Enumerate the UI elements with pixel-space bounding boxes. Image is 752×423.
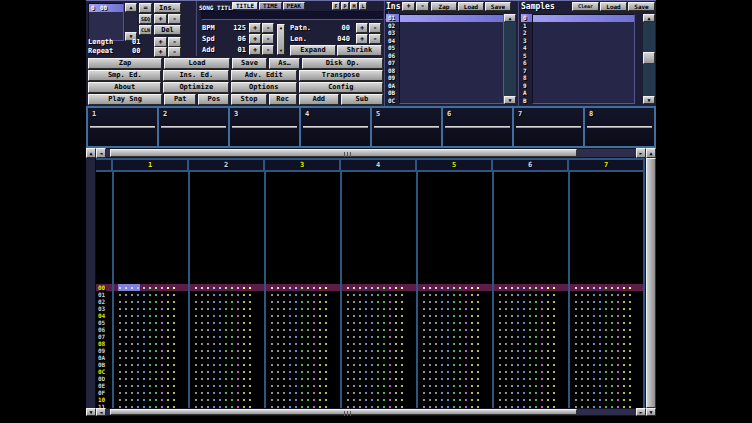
pattern-cell[interactable]	[417, 396, 493, 403]
menu-transpose[interactable]: Transpose	[299, 70, 383, 81]
pattern-cell[interactable]	[113, 389, 189, 396]
scope-channel-3[interactable]: 3	[228, 108, 299, 146]
instrument-row[interactable]	[400, 22, 503, 29]
pattern-channel-header-4[interactable]: 4	[341, 160, 417, 170]
pattern-vscroll-down-right-icon[interactable]: ▼	[646, 408, 656, 416]
pattern-cell[interactable]	[417, 312, 493, 319]
pattern-cell[interactable]	[341, 312, 417, 319]
mini-button-l[interactable]: L	[359, 2, 367, 10]
pattern-cell[interactable]	[493, 368, 569, 375]
pattern-cell[interactable]	[341, 396, 417, 403]
instrument-list[interactable]	[399, 14, 504, 104]
menu-config[interactable]: Config	[299, 82, 383, 93]
instrument-row[interactable]	[400, 52, 503, 59]
pattern-cell[interactable]	[265, 333, 341, 340]
menu-options[interactable]: Options	[231, 82, 297, 93]
pattern-hscroll-left-icon[interactable]: ◄	[96, 148, 106, 158]
sample-scroll-track[interactable]	[643, 22, 655, 96]
sample-row[interactable]	[533, 30, 634, 37]
instrument-row[interactable]	[400, 30, 503, 37]
sample-clear-button[interactable]: Clear	[572, 2, 599, 11]
pattern-cell[interactable]	[493, 312, 569, 319]
menu-sub[interactable]: Sub	[341, 94, 383, 105]
pattern-cell[interactable]	[189, 340, 265, 347]
sample-scrollbar[interactable]: ▲ ▼	[643, 14, 655, 104]
bpm-plus-button[interactable]: +	[249, 23, 261, 33]
pattern-cell[interactable]	[417, 319, 493, 326]
order-del-button[interactable]: Del	[154, 25, 181, 35]
sample-row[interactable]	[533, 74, 634, 81]
instrument-minus-button[interactable]: -	[416, 2, 429, 11]
pattern-length-minus-button[interactable]: -	[369, 34, 381, 44]
pattern-grid[interactable]: 000102030405060708090A0B0C0D0E0F1011	[96, 172, 645, 408]
menu-add[interactable]: Add	[299, 94, 339, 105]
pattern-cell[interactable]	[113, 340, 189, 347]
menu-play-sng[interactable]: Play Sng	[88, 94, 162, 105]
menu-ins-ed[interactable]: Ins. Ed.	[163, 70, 229, 81]
order-list-scrollbar[interactable]: ▲ ▼	[125, 3, 137, 41]
pattern-channel-header-5[interactable]: 5	[417, 160, 493, 170]
pattern-channel-header-6[interactable]: 6	[493, 160, 569, 170]
menu-disk-op[interactable]: Disk Op.	[302, 58, 383, 69]
instrument-row[interactable]	[400, 15, 503, 22]
pattern-hscroll-track[interactable]	[106, 148, 636, 158]
pattern-hscroll-track-bottom[interactable]	[106, 408, 636, 416]
pattern-cell[interactable]	[569, 361, 645, 368]
pattern-channel-header-1[interactable]: 1	[113, 160, 189, 170]
instrument-scrollbar[interactable]: ▲ ▼	[504, 14, 516, 104]
order-ins-button[interactable]: Ins.	[154, 3, 181, 13]
order-minus-button[interactable]: -	[168, 14, 181, 24]
pattern-row[interactable]: 06	[96, 326, 645, 333]
pattern-cell[interactable]	[265, 375, 341, 382]
scope-channel-4[interactable]: 4	[299, 108, 370, 146]
pattern-row[interactable]: 05	[96, 319, 645, 326]
shrink-button[interactable]: Shrink	[337, 45, 382, 56]
pattern-vscroll-right-thumb[interactable]	[646, 158, 656, 408]
order-seq-button[interactable]: SEQ	[139, 14, 152, 24]
pattern-cell[interactable]	[341, 354, 417, 361]
pattern-cell[interactable]	[493, 361, 569, 368]
instrument-zap-button[interactable]: Zap	[431, 2, 457, 11]
pattern-cell[interactable]	[417, 298, 493, 305]
pattern-top-scrollbar[interactable]: ▲ ◄ ► ▲	[86, 148, 656, 158]
pattern-row[interactable]: 0B	[96, 361, 645, 368]
pattern-minus-button[interactable]: -	[369, 23, 381, 33]
tab-peak[interactable]: PEAK	[283, 2, 305, 10]
pattern-cell[interactable]	[265, 319, 341, 326]
pattern-cell[interactable]	[341, 382, 417, 389]
pattern-cell[interactable]	[493, 284, 569, 291]
pattern-hscroll-left-icon[interactable]: ◄	[96, 408, 106, 416]
flip-section-button[interactable]: ▲ ▼	[277, 24, 285, 55]
pattern-cell[interactable]	[417, 354, 493, 361]
pattern-cell[interactable]	[493, 396, 569, 403]
pattern-cell[interactable]	[113, 298, 189, 305]
pattern-cell[interactable]	[493, 354, 569, 361]
pattern-cell[interactable]	[341, 305, 417, 312]
pattern-cell[interactable]	[493, 305, 569, 312]
pattern-cell[interactable]	[417, 284, 493, 291]
sample-row[interactable]	[533, 44, 634, 51]
pattern-cell[interactable]	[341, 284, 417, 291]
pattern-cell[interactable]	[417, 333, 493, 340]
scope-channel-2[interactable]: 2	[157, 108, 228, 146]
pattern-row[interactable]: 0C	[96, 368, 645, 375]
pattern-cell[interactable]	[265, 305, 341, 312]
speed-plus-button[interactable]: +	[249, 34, 261, 44]
pattern-cell[interactable]	[569, 312, 645, 319]
pattern-hscroll-right-icon[interactable]: ►	[636, 408, 646, 416]
pattern-cell[interactable]	[569, 347, 645, 354]
pattern-row[interactable]: 0D	[96, 375, 645, 382]
pattern-cell[interactable]	[493, 340, 569, 347]
pattern-cell[interactable]	[265, 354, 341, 361]
length-plus-button[interactable]: +	[154, 37, 167, 47]
pattern-bottom-scrollbar[interactable]: ▼ ◄ ► ▼	[86, 408, 656, 416]
pattern-cell[interactable]	[189, 368, 265, 375]
pattern-row[interactable]: 07	[96, 333, 645, 340]
pattern-cell[interactable]	[417, 361, 493, 368]
pattern-cell[interactable]	[113, 291, 189, 298]
order-cln-button[interactable]: CLN	[139, 25, 152, 35]
pattern-cell[interactable]	[569, 319, 645, 326]
menu-about[interactable]: About	[88, 82, 161, 93]
pattern-cell[interactable]	[265, 361, 341, 368]
pattern-row[interactable]: 00	[96, 284, 645, 291]
